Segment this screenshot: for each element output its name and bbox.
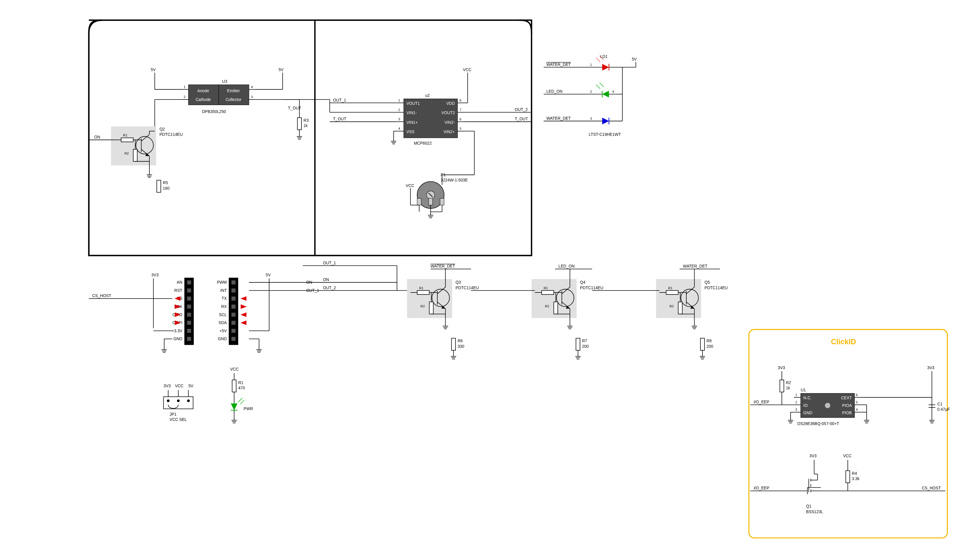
svg-marker-180 (241, 321, 246, 325)
header-left: 3V3 AN RST CS SCK CIPO COPI +3.3V GND (152, 273, 194, 345)
svg-text:I/O_EEP: I/O_EEP (754, 486, 769, 490)
svg-rect-140 (187, 337, 191, 341)
svg-text:VSS: VSS (406, 130, 415, 134)
u2-part: MCP6022 (414, 141, 432, 146)
net-tout2-u2: T_OUT (514, 117, 528, 121)
svg-text:6: 6 (856, 393, 858, 397)
component-q4: Q4 PDTC114EU R1 R2 (532, 279, 603, 318)
net-wd-ld1: WATER_DET (546, 116, 571, 121)
net-vcc-u2: VCC (463, 68, 471, 72)
svg-text:200: 200 (706, 344, 713, 349)
net-tout-u2: T_OUT (333, 117, 346, 121)
svg-line-110 (596, 85, 600, 89)
svg-text:Q3: Q3 (456, 280, 461, 284)
net-5v-u3a: 5V (151, 68, 156, 72)
svg-line-319 (238, 398, 242, 402)
svg-text:SCL: SCL (219, 312, 227, 317)
svg-text:3: 3 (398, 117, 400, 121)
svg-rect-259 (576, 338, 580, 350)
component-pwr: VCC R1 470 PWR (230, 367, 253, 423)
u3-part: OPB350L250 (202, 110, 226, 114)
svg-line-111 (599, 83, 604, 87)
svg-text:U1: U1 (801, 388, 806, 392)
svg-text:R6: R6 (458, 339, 463, 343)
net-vcc-p1: VCC (406, 184, 414, 188)
svg-text:PIOB: PIOB (842, 411, 852, 415)
svg-text:5: 5 (856, 400, 858, 404)
svg-text:R2: R2 (545, 304, 549, 308)
net-ledon-ld1: LED_ON (546, 89, 563, 94)
svg-text:OUT_1: OUT_1 (323, 261, 336, 265)
svg-rect-313 (232, 380, 236, 392)
svg-marker-177 (241, 297, 246, 301)
net-5v-u3e: 5V (278, 68, 284, 72)
svg-text:VCC: VCC (843, 454, 852, 458)
q2-r1: R1 (123, 133, 127, 137)
svg-text:VOUT2: VOUT2 (441, 111, 455, 115)
svg-text:RX: RX (221, 304, 227, 309)
svg-text:3V3: 3V3 (927, 366, 934, 370)
r5-ref: R5 (163, 181, 168, 185)
svg-text:VIN1+: VIN1+ (406, 120, 418, 125)
u3-pin2-label: Cathode (196, 98, 211, 102)
svg-rect-137 (187, 312, 191, 317)
svg-text:3: 3 (795, 408, 797, 411)
svg-text:GND: GND (218, 337, 227, 341)
svg-text:IO: IO (804, 404, 808, 408)
svg-rect-92 (440, 198, 444, 205)
svg-text:5V: 5V (266, 273, 271, 277)
svg-text:ON: ON (323, 278, 329, 282)
component-u3: Anode Cathode Emitter Collector U3 OPB35… (181, 79, 256, 114)
svg-text:1: 1 (795, 393, 797, 397)
svg-point-306 (167, 399, 170, 402)
component-r3: R3 1k (297, 111, 309, 139)
svg-text:5: 5 (460, 127, 461, 130)
svg-text:R2: R2 (786, 381, 791, 385)
svg-text:R2: R2 (421, 304, 425, 308)
svg-rect-40 (157, 180, 161, 192)
net-5v-ld1: 5V (632, 57, 637, 61)
net-on-q2: ON (94, 135, 100, 140)
component-u1: N.C. IO GND CEXT PIOA PIOB U1 DS28E36BQ-… (794, 388, 861, 426)
svg-text:1: 1 (184, 85, 185, 89)
svg-point-307 (177, 399, 180, 402)
svg-rect-42 (297, 118, 301, 130)
svg-text:R8: R8 (706, 339, 712, 343)
svg-text:Q4: Q4 (580, 280, 586, 284)
svg-rect-162 (231, 288, 235, 292)
svg-rect-132 (184, 278, 194, 345)
svg-text:GND: GND (804, 411, 812, 415)
svg-text:N.C.: N.C. (804, 396, 812, 400)
svg-rect-274 (666, 291, 678, 294)
svg-point-308 (187, 399, 190, 402)
svg-text:VCC: VCC (175, 384, 183, 388)
svg-rect-136 (187, 305, 191, 309)
svg-rect-292 (700, 338, 704, 350)
svg-text:3.3k: 3.3k (852, 477, 859, 481)
svg-text:PDTC114EU: PDTC114EU (456, 286, 479, 290)
net-t_out-u3: T_OUT (288, 106, 301, 110)
svg-text:VIN1-: VIN1- (406, 111, 416, 115)
svg-text:BSS123L: BSS123L (806, 510, 823, 514)
ld1-ref: LD1 (600, 55, 608, 59)
svg-text:DS28E36BQ-057-00+T: DS28E36BQ-057-00+T (798, 422, 839, 426)
svg-rect-209 (417, 291, 429, 294)
svg-rect-133 (187, 281, 191, 284)
svg-line-106 (596, 58, 600, 62)
net-out1-u2: OUT_1 (333, 98, 346, 103)
ld1-part: LTST-C19HE1WT (589, 132, 621, 137)
svg-text:+3.3V: +3.3V (171, 329, 183, 333)
svg-marker-104 (602, 64, 609, 71)
u3-pin4-label: Emitter (227, 89, 240, 93)
svg-text:1: 1 (590, 63, 592, 66)
svg-text:8: 8 (460, 99, 461, 102)
svg-text:4: 4 (856, 408, 858, 411)
svg-rect-163 (231, 297, 235, 301)
svg-text:PWR: PWR (244, 407, 253, 411)
r3-ref: R3 (303, 118, 309, 123)
r3-val: 1k (303, 123, 308, 128)
svg-text:R7: R7 (582, 339, 587, 343)
svg-rect-305 (163, 397, 193, 409)
component-q5: Q5 PDTC114EU R1 R2 (656, 279, 728, 318)
svg-text:3V3: 3V3 (778, 366, 785, 370)
